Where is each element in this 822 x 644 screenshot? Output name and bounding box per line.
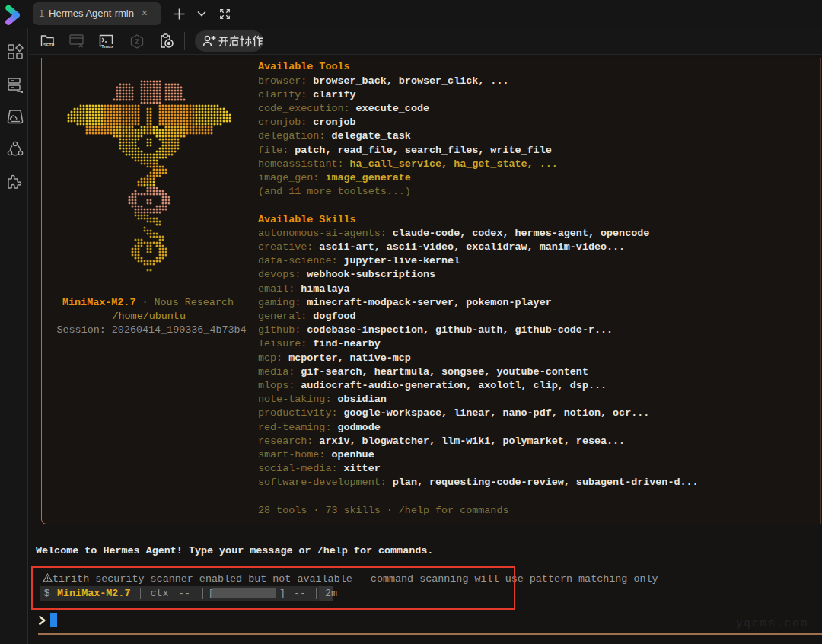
svg-text:SFTP: SFTP [43, 43, 55, 47]
svg-text:Tmux: Tmux [101, 44, 114, 49]
